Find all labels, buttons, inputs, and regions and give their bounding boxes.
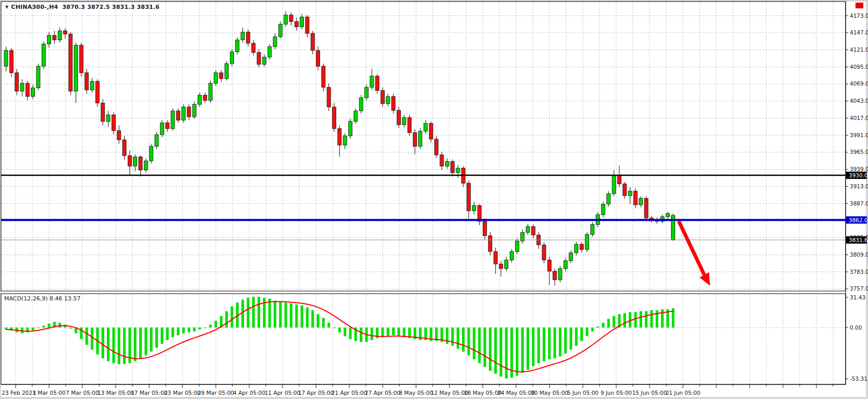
main-panel[interactable] (1, 2, 846, 291)
date-tick-label: 30 May 05:00 (531, 390, 568, 396)
chart-canvas[interactable]: 4173.04147.04121.04095.04069.04043.04017… (0, 0, 868, 399)
price-tick-label: 3887.0 (850, 200, 868, 207)
chart-title[interactable]: ▼CHINA300-,H4 3870.3 3872.5 3831.3 3831.… (5, 4, 160, 10)
price-tick-label: 3991.0 (850, 132, 868, 138)
date-tick-label: 27 Apr 05:00 (365, 390, 400, 396)
mt4-chart-window: 4173.04147.04121.04095.04069.04043.04017… (0, 0, 868, 399)
svg-text:3862.0: 3862.0 (849, 217, 868, 223)
macd-indicator-label: MACD(12,26,9) 8.46 13.57 (4, 295, 81, 302)
price-tick-label: 4147.0 (850, 29, 868, 35)
price-tick-label: 4095.0 (850, 64, 868, 70)
macd-scale-label: 31.43 (850, 294, 865, 300)
price-tick-label: 3809.0 (850, 251, 868, 258)
date-tick-label: 7 Mar 05:00 (66, 390, 99, 396)
price-tick-label: 4069.0 (850, 80, 868, 87)
ohlc-values: 3870.3 3872.5 3831.3 3831.6 (62, 4, 160, 10)
price-tick-label: 4017.0 (850, 115, 868, 121)
time-axis[interactable]: 23 Feb 20231 Mar 05:007 Mar 05:0013 Mar … (1, 384, 846, 396)
date-tick-label: 12 May 05:00 (431, 390, 468, 396)
bid-price-tag: 3831.6 (846, 236, 868, 244)
date-tick-label: 11 Apr 05:00 (265, 390, 300, 396)
date-tick-label: 15 Jun 05:00 (632, 390, 667, 396)
price-tick-label: 3913.0 (850, 183, 868, 189)
svg-text:3831.6: 3831.6 (849, 237, 868, 243)
macd-panel[interactable] (1, 294, 846, 384)
price-tick-label: 4043.0 (850, 98, 868, 104)
date-tick-label: 23 Feb 2023 (2, 390, 35, 396)
svg-text:3930.0: 3930.0 (849, 172, 868, 178)
price-tick-label: 3757.0 (850, 285, 868, 292)
price-tick-label: 3939.0 (850, 166, 868, 172)
date-tick-label: 23 Mar 05:00 (164, 390, 201, 396)
date-tick-label: 9 Jun 05:00 (601, 390, 632, 396)
date-tick-label: 1 Mar 05:00 (32, 390, 65, 396)
price-tick-label: 4173.0 (850, 13, 868, 19)
macd-scale-label: -53.31 (850, 376, 867, 382)
price-tick-label: 3965.0 (850, 149, 868, 155)
symbol-dropdown-icon[interactable]: ▼ (5, 5, 8, 9)
date-tick-label: 4 Apr 05:00 (233, 390, 265, 396)
date-tick-label: 5 Jun 05:00 (567, 390, 598, 396)
symbol-period-label: CHINA300-,H4 (11, 4, 58, 10)
price-tick-label: 3783.0 (850, 269, 868, 275)
annotation-red-box (855, 3, 863, 8)
date-tick-label: 17 Mar 05:00 (131, 390, 167, 396)
date-tick-label: 29 Mar 05:00 (198, 390, 234, 396)
date-tick-label: 8 May 05:00 (399, 390, 433, 396)
date-tick-label: 24 May 05:00 (497, 390, 535, 396)
date-tick-label: 18 May 05:00 (464, 390, 502, 396)
date-tick-label: 17 Apr 05:00 (298, 390, 334, 396)
support-price-tag: 3862.0 (846, 216, 868, 224)
price-axis[interactable]: 4173.04147.04121.04095.04069.04043.04017… (846, 2, 868, 384)
date-tick-label: 21 Jun 05:00 (666, 390, 701, 396)
macd-scale-label: 0.00 (850, 324, 862, 331)
price-tick-label: 4121.0 (850, 46, 868, 53)
resistance-price-tag: 3930.0 (846, 172, 868, 179)
date-tick-label: 13 Mar 05:00 (97, 390, 134, 396)
date-tick-label: 21 Apr 05:00 (332, 390, 367, 396)
